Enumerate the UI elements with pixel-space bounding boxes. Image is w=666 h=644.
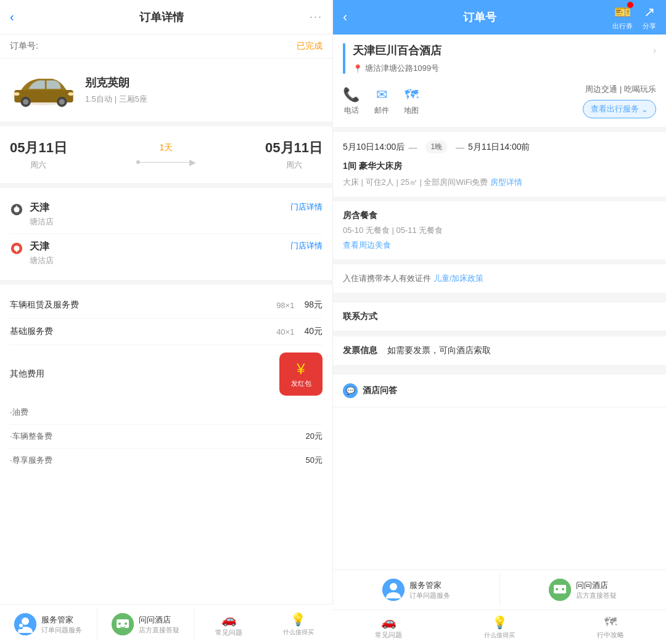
hotel-address: 塘沽津塘公路1099号 <box>365 63 439 74</box>
right-back-button[interactable]: ‹ <box>343 9 347 25</box>
service-manager-avatar <box>14 613 36 635</box>
right-header-actions: 🎫 出行券 ↗ 分享 <box>612 4 656 31</box>
sub-fee-prep-label: ·车辆整备费 <box>10 431 52 442</box>
nearby-food-link[interactable]: 查看周边美食 <box>343 240 656 251</box>
meal-title: 房含餐食 <box>343 210 656 221</box>
car-info: 别克英朗 1.5自动 | 三厢5座 <box>85 75 147 105</box>
hotel-inquiry-btn[interactable]: 问问酒店 店方直接答疑 <box>97 608 195 640</box>
nav-common-q[interactable]: 🚗 常见问题 <box>194 612 263 637</box>
chevron-right-icon[interactable]: › <box>653 45 656 56</box>
sub-fee-oil-label: ·油费 <box>10 407 28 418</box>
fee-other-label: 其他费用 <box>10 369 44 380</box>
right-header: ‹ 订单号 🎫 出行券 ↗ 分享 <box>333 0 666 35</box>
room-details: 大床 | 可住2人 | 25㎡ | 全部房间WiFi免费 房型详情 <box>343 177 656 188</box>
view-service-label: 查看出行服务 <box>591 104 639 115</box>
hotel-email-action[interactable]: ✉ 邮件 <box>374 87 389 116</box>
invoice-content: 如需要发票，可向酒店索取 <box>387 345 491 356</box>
hotel-inquiry-text: 问问酒店 店方直接答疑 <box>139 614 179 635</box>
date-section: 05月11日 周六 1天 ▶ 05月11日 周六 <box>0 126 332 188</box>
hotel-inquiry-subtitle: 店方直接答疑 <box>139 626 179 635</box>
left-back-button[interactable]: ‹ <box>10 10 14 24</box>
return-weekday: 周六 <box>265 160 323 171</box>
return-location: 天津 塘沽店 门店详情 <box>10 234 323 272</box>
car-image <box>10 68 78 112</box>
left-bottom-bar: 服务管家 订单问题服务 问问酒店 店方直接答疑 🚗 常见问题 <box>0 604 333 644</box>
sub-fee-premium-amount: 50元 <box>306 455 323 466</box>
right-nav-2-icon: 💡 <box>492 615 508 630</box>
fee-section: 车辆租赁及服务费 98×1 98元 基础服务费 40×1 40元 其他费用 ¥ … <box>0 285 332 487</box>
red-packet-label: 发红包 <box>291 379 311 388</box>
right-nav-2[interactable]: 💡 什么值得买 <box>444 615 555 640</box>
hotel-qa-section: 💬 酒店问答 <box>333 375 666 407</box>
map-icon: 🗺 <box>405 87 418 103</box>
svg-point-23 <box>390 583 397 590</box>
map-label: 地图 <box>404 105 419 116</box>
pickup-date: 05月11日 周六 <box>10 139 67 171</box>
service-manager-btn[interactable]: 服务管家 订单问题服务 <box>0 608 97 640</box>
invoice-section: 发票信息 如需要发票，可向酒店索取 <box>333 336 666 370</box>
date-duration: 1天 ▶ <box>136 142 196 167</box>
qa-row: 💬 酒店问答 <box>343 383 656 398</box>
nav-worth-buy-icon: 💡 <box>290 612 306 627</box>
right-nav-1[interactable]: 🚗 常见问题 <box>333 614 444 640</box>
svg-point-17 <box>19 624 23 627</box>
svg-point-9 <box>14 206 19 212</box>
return-store: 塘沽店 <box>30 255 284 266</box>
svg-point-7 <box>14 92 19 96</box>
right-service-manager-btn[interactable]: 服务管家 订单问题服务 <box>333 574 500 606</box>
nav-worth-buy[interactable]: 💡 什么值得买 <box>264 612 333 637</box>
fee-rental-qty: 98×1 <box>276 301 294 310</box>
arrow-icon: ▶ <box>189 157 196 167</box>
stay-date-to: 5月11日14:00前 <box>468 142 530 153</box>
order-status-badge: 已完成 <box>297 41 323 52</box>
svg-point-6 <box>68 92 73 96</box>
return-detail-link[interactable]: 门店详情 <box>284 240 323 251</box>
hotel-map-action[interactable]: 🗺 地图 <box>404 87 419 116</box>
meal-dates: 05-10 无餐食 | 05-11 无餐食 <box>343 225 656 236</box>
right-hotel-title: 问问酒店 <box>576 580 617 591</box>
pickup-weekday: 周六 <box>10 160 67 171</box>
duration-label: 1天 <box>160 142 173 153</box>
hotel-name-row: 天津巨川百合酒店 › <box>353 43 656 58</box>
nav-common-q-label: 常见问题 <box>215 628 242 637</box>
right-hotel-avatar <box>549 579 571 601</box>
coupon-label: 出行券 <box>612 22 633 31</box>
service-manager-title: 服务管家 <box>41 614 82 626</box>
nearby-links-text: 周边交通 | 吃喝玩乐 <box>585 84 656 95</box>
right-page-title: 订单号 <box>463 10 496 25</box>
stay-info-section: 5月10日14:00后 — 1晚 — 5月11日14:00前 1间 豪华大床房 … <box>333 132 666 202</box>
contact-section: 联系方式 <box>333 303 666 332</box>
duration-line-bar <box>140 162 189 163</box>
sub-fee-oil: ·油费 <box>10 401 323 425</box>
share-action[interactable]: ↗ 分享 <box>643 4 656 31</box>
svg-point-20 <box>118 622 121 625</box>
policy-link[interactable]: 儿童/加床政策 <box>434 274 484 283</box>
email-icon: ✉ <box>376 87 387 103</box>
right-nav-1-icon: 🚗 <box>381 614 397 629</box>
pickup-store: 塘沽店 <box>30 216 284 227</box>
svg-point-5 <box>59 99 65 105</box>
hotel-contact-actions: 📞 电话 ✉ 邮件 🗺 地图 <box>343 87 419 116</box>
room-detail-link[interactable]: 房型详情 <box>490 177 522 187</box>
nights-badge: 1晚 <box>426 141 447 153</box>
right-hotel-inquiry-btn[interactable]: 问问酒店 店方直接答疑 <box>500 574 667 606</box>
right-nav-3[interactable]: 🗺 行中攻略 <box>555 615 666 640</box>
fee-item-rental: 车辆租赁及服务费 98×1 98元 <box>10 292 323 319</box>
fee-rental-amount: 98元 <box>304 300 323 311</box>
car-spec: 1.5自动 | 三厢5座 <box>85 94 147 105</box>
hotel-actions-row: 📞 电话 ✉ 邮件 🗺 地图 周边交通 | 吃喝玩乐 查看出行服 <box>343 84 656 118</box>
contact-title: 联系方式 <box>343 311 656 322</box>
svg-point-12 <box>14 245 19 251</box>
hotel-phone-action[interactable]: 📞 电话 <box>343 87 360 116</box>
more-button[interactable]: ··· <box>310 10 323 23</box>
right-hotel-text: 问问酒店 店方直接答疑 <box>576 580 617 600</box>
pickup-loc-content: 天津 塘沽店 <box>30 202 284 227</box>
pickup-detail-link[interactable]: 门店详情 <box>284 202 323 213</box>
return-date-value: 05月11日 <box>265 139 323 157</box>
svg-point-27 <box>562 588 564 590</box>
qa-icon: 💬 <box>343 383 358 398</box>
view-service-button[interactable]: 查看出行服务 ⌄ <box>583 100 656 118</box>
coupon-action[interactable]: 🎫 出行券 <box>612 4 633 31</box>
dash-separator-2: — <box>456 142 464 152</box>
red-packet-button[interactable]: ¥ 发红包 <box>279 353 323 396</box>
